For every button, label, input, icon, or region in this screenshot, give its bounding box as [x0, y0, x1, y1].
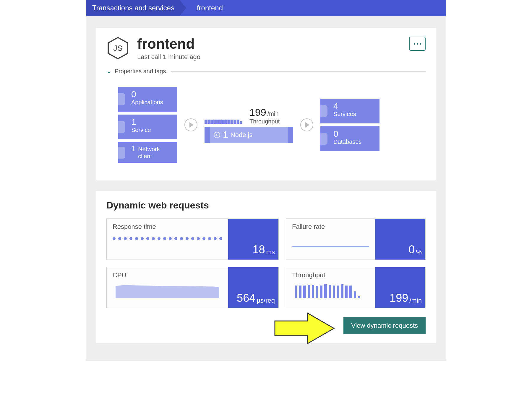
view-dynamic-requests-button[interactable]: View dynamic requests	[343, 317, 426, 334]
throughput-readout: 199/min Throughput	[249, 107, 280, 125]
page-title: frontend	[137, 37, 200, 51]
metric-value: 564	[237, 292, 255, 304]
throughput-unit: /min	[267, 110, 279, 117]
tile-applications-label: Applications	[131, 99, 173, 106]
metric-value: 18	[252, 243, 265, 256]
breadcrumb: Transactions and services frontend	[86, 0, 446, 16]
gear-icon	[320, 105, 327, 117]
metric-throughput[interactable]: Throughput 199/min	[286, 267, 426, 308]
metric-value: 0	[408, 243, 415, 256]
page: JS frontend Last call 1 minute ago ⌄ Pro…	[86, 16, 446, 361]
metric-unit: ms	[266, 248, 275, 256]
service-header-card: JS frontend Last call 1 minute ago ⌄ Pro…	[96, 28, 436, 180]
service-flow: 0 Applications 1 Service	[106, 87, 426, 172]
database-icon	[320, 133, 327, 145]
svg-text:JS: JS	[113, 44, 123, 53]
play-icon	[189, 122, 194, 128]
apps-icon	[118, 93, 125, 105]
play-right-button[interactable]	[300, 118, 313, 131]
properties-toggle[interactable]: ⌄ Properties and tags	[106, 67, 426, 75]
breadcrumb-leaf[interactable]: frontend	[186, 0, 229, 16]
tile-network-value: 1	[131, 145, 135, 152]
tile-network-client[interactable]: 1 Network client	[118, 142, 177, 163]
tile-service-label: Service	[131, 126, 173, 133]
breadcrumb-root-label: Transactions and services	[92, 4, 174, 12]
response-time-chart	[113, 234, 222, 255]
breadcrumb-leaf-label: frontend	[197, 4, 223, 12]
breadcrumb-root[interactable]: Transactions and services	[86, 0, 186, 16]
metric-value: 199	[390, 292, 408, 304]
tile-applications[interactable]: 0 Applications	[118, 87, 177, 112]
failure-rate-chart	[292, 234, 369, 255]
metric-unit: /min	[409, 297, 422, 304]
metric-unit: µs/req	[257, 297, 275, 304]
tile-services[interactable]: 4 Services	[320, 99, 379, 123]
chevron-down-icon: ⌄	[106, 67, 112, 75]
tile-databases[interactable]: 0 Databases	[320, 126, 379, 151]
throughput-sparkline	[205, 115, 242, 124]
tile-databases-label: Databases	[333, 138, 375, 145]
app-root: Transactions and services frontend JS fr…	[86, 0, 446, 361]
throughput-label: Throughput	[249, 118, 280, 125]
properties-label: Properties and tags	[115, 68, 166, 75]
throughput-chart	[292, 282, 369, 304]
tile-service[interactable]: 1 Service	[118, 115, 177, 139]
svg-marker-4	[275, 313, 334, 344]
nodejs-icon: JS	[106, 37, 129, 61]
gear-icon	[118, 121, 125, 133]
cpu-chart	[113, 282, 222, 304]
section-title: Dynamic web requests	[106, 200, 426, 211]
more-menu-button[interactable]	[409, 37, 426, 51]
tile-databases-value: 0	[333, 129, 375, 138]
tile-services-label: Services	[333, 110, 375, 118]
tile-network-label: Network client	[138, 146, 173, 160]
metric-unit: %	[416, 248, 422, 256]
tile-service-value: 1	[131, 118, 173, 126]
tile-services-value: 4	[333, 102, 375, 110]
last-call-text: Last call 1 minute ago	[137, 53, 200, 61]
play-left-button[interactable]	[184, 118, 197, 131]
metric-label: Response time	[113, 223, 222, 231]
dynamic-requests-card: Dynamic web requests Response time	[96, 191, 436, 343]
metric-label: Throughput	[292, 271, 369, 279]
metric-label: Failure rate	[292, 223, 369, 231]
node-tech: Node.js	[231, 131, 253, 139]
network-icon	[118, 147, 125, 159]
tile-applications-value: 0	[131, 90, 173, 99]
nodejs-icon: JS	[213, 131, 220, 138]
play-icon	[305, 122, 309, 128]
svg-text:JS: JS	[215, 133, 218, 136]
node-count: 1	[223, 129, 228, 140]
ellipsis-icon	[414, 43, 415, 45]
node-chip[interactable]: JS 1 Node.js	[205, 127, 293, 143]
divider	[171, 71, 426, 71]
annotation-arrow-icon	[272, 311, 337, 346]
metric-label: CPU	[113, 271, 222, 279]
metric-cpu[interactable]: CPU 564µs/req	[106, 267, 279, 308]
metric-response-time[interactable]: Response time 18ms	[106, 219, 279, 260]
throughput-value: 199	[249, 107, 266, 118]
metric-failure-rate[interactable]: Failure rate 0%	[286, 219, 426, 260]
